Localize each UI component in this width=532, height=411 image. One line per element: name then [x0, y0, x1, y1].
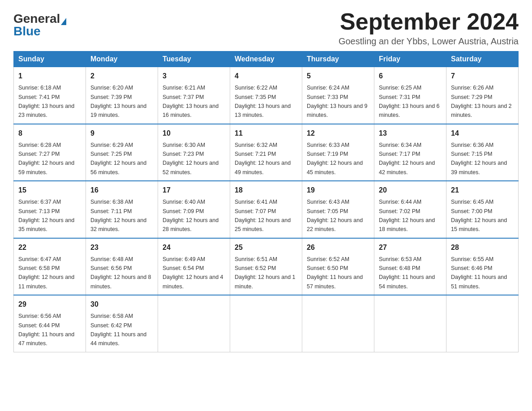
day-info: Sunrise: 6:18 AMSunset: 7:41 PMDaylight:…: [18, 85, 74, 118]
day-info: Sunrise: 6:28 AMSunset: 7:27 PMDaylight:…: [18, 142, 74, 176]
calendar-day-cell: 15 Sunrise: 6:37 AMSunset: 7:13 PMDaylig…: [14, 181, 86, 238]
location-subtitle: Goestling an der Ybbs, Lower Austria, Au…: [339, 36, 519, 47]
day-info: Sunrise: 6:33 AMSunset: 7:19 PMDaylight:…: [307, 142, 363, 176]
day-number: 20: [379, 185, 442, 196]
calendar-day-cell: 22 Sunrise: 6:47 AMSunset: 6:58 PMDaylig…: [14, 238, 86, 295]
day-info: Sunrise: 6:37 AMSunset: 7:13 PMDaylight:…: [18, 199, 74, 232]
day-number: 13: [379, 128, 442, 139]
calendar-day-cell: 12 Sunrise: 6:33 AMSunset: 7:19 PMDaylig…: [302, 124, 374, 181]
day-number: 14: [451, 128, 514, 139]
logo: General Blue: [13, 9, 66, 38]
weekday-header-friday: Friday: [374, 51, 446, 67]
calendar-day-cell: 2 Sunrise: 6:20 AMSunset: 7:39 PMDayligh…: [86, 67, 158, 124]
day-number: 11: [235, 128, 297, 139]
day-info: Sunrise: 6:48 AMSunset: 6:56 PMDaylight:…: [90, 256, 151, 290]
calendar-day-cell: 24 Sunrise: 6:49 AMSunset: 6:54 PMDaylig…: [158, 238, 230, 295]
day-info: Sunrise: 6:24 AMSunset: 7:33 PMDaylight:…: [307, 85, 368, 118]
day-info: Sunrise: 6:22 AMSunset: 7:35 PMDaylight:…: [235, 85, 291, 118]
calendar-day-cell: [446, 295, 519, 352]
day-number: 2: [90, 71, 153, 81]
calendar-week-row-4: 22 Sunrise: 6:47 AMSunset: 6:58 PMDaylig…: [14, 238, 519, 295]
weekday-header-thursday: Thursday: [302, 51, 374, 67]
weekday-header-saturday: Saturday: [446, 51, 519, 67]
day-number: 25: [235, 242, 297, 253]
calendar-day-cell: 19 Sunrise: 6:43 AMSunset: 7:05 PMDaylig…: [302, 181, 374, 238]
day-info: Sunrise: 6:56 AMSunset: 6:44 PMDaylight:…: [18, 313, 74, 347]
calendar-week-row-3: 15 Sunrise: 6:37 AMSunset: 7:13 PMDaylig…: [14, 181, 519, 238]
day-info: Sunrise: 6:44 AMSunset: 7:02 PMDaylight:…: [379, 199, 435, 232]
calendar-day-cell: 26 Sunrise: 6:52 AMSunset: 6:50 PMDaylig…: [302, 238, 374, 295]
title-area: September 2024 Goestling an der Ybbs, Lo…: [339, 9, 519, 47]
day-number: 24: [163, 242, 225, 253]
day-number: 4: [235, 71, 297, 81]
day-number: 17: [163, 185, 225, 196]
calendar-day-cell: 7 Sunrise: 6:26 AMSunset: 7:29 PMDayligh…: [446, 67, 519, 124]
calendar-day-cell: 4 Sunrise: 6:22 AMSunset: 7:35 PMDayligh…: [230, 67, 302, 124]
day-number: 9: [90, 128, 153, 139]
calendar-day-cell: 11 Sunrise: 6:32 AMSunset: 7:21 PMDaylig…: [230, 124, 302, 181]
day-info: Sunrise: 6:47 AMSunset: 6:58 PMDaylight:…: [18, 256, 74, 290]
day-info: Sunrise: 6:34 AMSunset: 7:17 PMDaylight:…: [379, 142, 435, 176]
calendar-day-cell: 21 Sunrise: 6:45 AMSunset: 7:00 PMDaylig…: [446, 181, 519, 238]
day-number: 29: [18, 299, 81, 310]
calendar-day-cell: [302, 295, 374, 352]
day-number: 1: [18, 71, 81, 81]
calendar-day-cell: 28 Sunrise: 6:55 AMSunset: 6:46 PMDaylig…: [446, 238, 519, 295]
page-header: General Blue September 2024 Goestling an…: [13, 9, 519, 47]
calendar-day-cell: [374, 295, 446, 352]
day-number: 28: [451, 242, 514, 253]
weekday-header-tuesday: Tuesday: [158, 51, 230, 67]
calendar-day-cell: 13 Sunrise: 6:34 AMSunset: 7:17 PMDaylig…: [374, 124, 446, 181]
day-info: Sunrise: 6:51 AMSunset: 6:52 PMDaylight:…: [235, 256, 296, 290]
day-number: 3: [163, 71, 225, 81]
day-info: Sunrise: 6:52 AMSunset: 6:50 PMDaylight:…: [307, 256, 363, 290]
day-number: 10: [163, 128, 225, 139]
day-info: Sunrise: 6:38 AMSunset: 7:11 PMDaylight:…: [90, 199, 146, 232]
logo-general-text: General: [13, 13, 60, 25]
calendar-table: SundayMondayTuesdayWednesdayThursdayFrid…: [13, 51, 519, 352]
day-info: Sunrise: 6:20 AMSunset: 7:39 PMDaylight:…: [90, 85, 146, 118]
weekday-header-sunday: Sunday: [14, 51, 86, 67]
day-number: 19: [307, 185, 369, 196]
calendar-day-cell: 27 Sunrise: 6:53 AMSunset: 6:48 PMDaylig…: [374, 238, 446, 295]
day-number: 8: [18, 128, 81, 139]
calendar-week-row-1: 1 Sunrise: 6:18 AMSunset: 7:41 PMDayligh…: [14, 67, 519, 124]
day-info: Sunrise: 6:43 AMSunset: 7:05 PMDaylight:…: [307, 199, 363, 232]
calendar-day-cell: 30 Sunrise: 6:58 AMSunset: 6:42 PMDaylig…: [86, 295, 158, 352]
logo-arrow-icon: [61, 18, 66, 25]
day-info: Sunrise: 6:26 AMSunset: 7:29 PMDaylight:…: [451, 85, 512, 118]
day-info: Sunrise: 6:53 AMSunset: 6:48 PMDaylight:…: [379, 256, 435, 290]
day-info: Sunrise: 6:49 AMSunset: 6:54 PMDaylight:…: [163, 256, 223, 290]
day-number: 15: [18, 185, 81, 196]
calendar-day-cell: 29 Sunrise: 6:56 AMSunset: 6:44 PMDaylig…: [14, 295, 86, 352]
day-info: Sunrise: 6:29 AMSunset: 7:25 PMDaylight:…: [90, 142, 146, 176]
logo-blue-text: Blue: [13, 25, 41, 38]
day-info: Sunrise: 6:40 AMSunset: 7:09 PMDaylight:…: [163, 199, 219, 232]
day-number: 30: [90, 299, 153, 310]
day-number: 18: [235, 185, 297, 196]
day-info: Sunrise: 6:30 AMSunset: 7:23 PMDaylight:…: [163, 142, 219, 176]
calendar-day-cell: 14 Sunrise: 6:36 AMSunset: 7:15 PMDaylig…: [446, 124, 519, 181]
calendar-week-row-5: 29 Sunrise: 6:56 AMSunset: 6:44 PMDaylig…: [14, 295, 519, 352]
calendar-day-cell: 17 Sunrise: 6:40 AMSunset: 7:09 PMDaylig…: [158, 181, 230, 238]
calendar-day-cell: 5 Sunrise: 6:24 AMSunset: 7:33 PMDayligh…: [302, 67, 374, 124]
calendar-day-cell: 18 Sunrise: 6:41 AMSunset: 7:07 PMDaylig…: [230, 181, 302, 238]
calendar-week-row-2: 8 Sunrise: 6:28 AMSunset: 7:27 PMDayligh…: [14, 124, 519, 181]
day-info: Sunrise: 6:21 AMSunset: 7:37 PMDaylight:…: [163, 85, 219, 118]
month-title: September 2024: [339, 9, 519, 34]
calendar-day-cell: 20 Sunrise: 6:44 AMSunset: 7:02 PMDaylig…: [374, 181, 446, 238]
day-number: 7: [451, 71, 514, 81]
calendar-day-cell: 9 Sunrise: 6:29 AMSunset: 7:25 PMDayligh…: [86, 124, 158, 181]
day-number: 12: [307, 128, 369, 139]
calendar-day-cell: [158, 295, 230, 352]
day-info: Sunrise: 6:36 AMSunset: 7:15 PMDaylight:…: [451, 142, 507, 176]
weekday-header-monday: Monday: [86, 51, 158, 67]
calendar-day-cell: 25 Sunrise: 6:51 AMSunset: 6:52 PMDaylig…: [230, 238, 302, 295]
day-info: Sunrise: 6:41 AMSunset: 7:07 PMDaylight:…: [235, 199, 291, 232]
weekday-header-wednesday: Wednesday: [230, 51, 302, 67]
calendar-day-cell: [230, 295, 302, 352]
day-info: Sunrise: 6:55 AMSunset: 6:46 PMDaylight:…: [451, 256, 507, 290]
day-number: 23: [90, 242, 153, 253]
day-number: 5: [307, 71, 369, 81]
day-number: 16: [90, 185, 153, 196]
